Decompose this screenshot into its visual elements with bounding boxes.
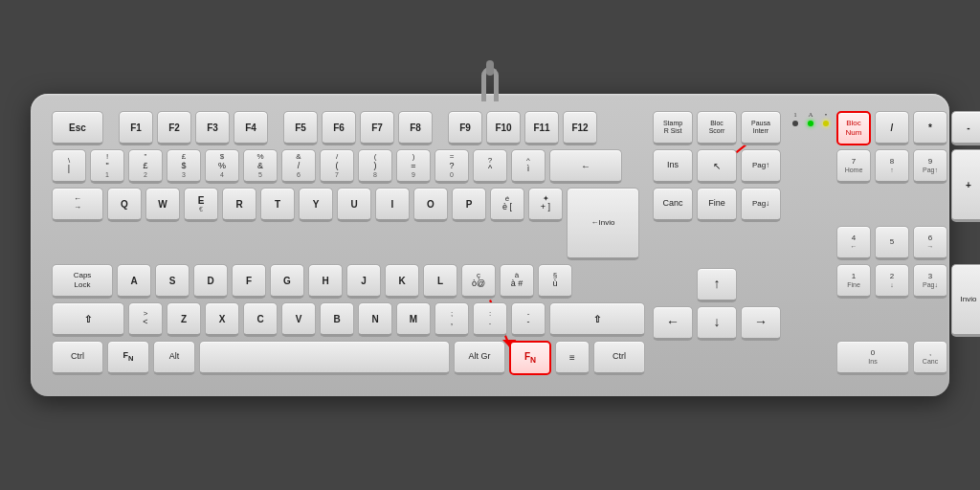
key-num7[interactable]: 7 Home (836, 149, 871, 184)
key-6[interactable]: & / 6 (281, 149, 316, 184)
key-tab[interactable]: ←→ (52, 188, 103, 222)
key-num-enter[interactable]: Invio (951, 264, 980, 337)
key-z[interactable]: Z (167, 302, 201, 337)
key-num6[interactable]: 6 → (913, 226, 947, 260)
key-num0[interactable]: 0 Ins (836, 341, 909, 375)
key-f10[interactable]: F10 (486, 111, 521, 145)
key-8[interactable]: ( ) 8 (358, 149, 392, 184)
key-num-plus[interactable]: + (951, 149, 980, 222)
key-i[interactable]: I (375, 188, 410, 222)
key-enter[interactable]: ←Invio (567, 188, 639, 260)
key-y[interactable]: Y (299, 188, 333, 222)
key-num-minus[interactable]: - (951, 111, 980, 145)
key-num-mul[interactable]: * (913, 111, 947, 145)
key-fn-highlighted[interactable]: FN (509, 341, 551, 375)
key-shift-right[interactable]: ⇧ (549, 302, 645, 337)
key-period[interactable]: : . (473, 302, 507, 337)
key-grave[interactable]: § ù (538, 264, 572, 299)
key-f1[interactable]: F1 (119, 111, 153, 145)
key-h[interactable]: H (308, 264, 343, 299)
key-menu[interactable]: ≡ (555, 341, 590, 375)
key-quote[interactable]: à à # (500, 264, 534, 299)
key-num9[interactable]: 9 Pag↑ (913, 149, 947, 184)
key-j[interactable]: J (346, 264, 381, 299)
key-f6[interactable]: F6 (322, 111, 356, 145)
key-2[interactable]: " £ 2 (128, 149, 163, 184)
key-7[interactable]: / ( 7 (320, 149, 354, 184)
key-f[interactable]: F (232, 264, 266, 299)
key-eacute[interactable]: é è [ (490, 188, 524, 222)
key-x[interactable]: X (205, 302, 239, 337)
key-g[interactable]: G (270, 264, 304, 299)
key-fn-left[interactable]: FN (107, 341, 149, 375)
key-ctrl-right[interactable]: Ctrl (593, 341, 645, 375)
key-d[interactable]: D (193, 264, 228, 299)
key-f9[interactable]: F9 (448, 111, 482, 145)
key-ctrl-left[interactable]: Ctrl (52, 341, 103, 375)
key-n[interactable]: N (358, 302, 392, 337)
key-q[interactable]: Q (107, 188, 142, 222)
key-num3[interactable]: 3 Pag↓ (913, 264, 947, 299)
key-a[interactable]: A (117, 264, 151, 299)
key-e[interactable]: E € (184, 188, 218, 222)
key-num1[interactable]: 1 Fine (836, 264, 871, 299)
key-accent[interactable]: ^ ì (511, 149, 546, 184)
key-home[interactable]: ↖ (697, 149, 737, 184)
key-ins[interactable]: Ins (653, 149, 693, 184)
key-p[interactable]: P (452, 188, 486, 222)
key-f4[interactable]: F4 (234, 111, 268, 145)
key-arrow-up[interactable]: ↑ (697, 268, 737, 302)
key-semicolon[interactable]: ç ò@ (461, 264, 496, 299)
key-w[interactable]: W (145, 188, 180, 222)
key-3[interactable]: £ $ 3 (167, 149, 201, 184)
key-f12[interactable]: F12 (563, 111, 597, 145)
key-space[interactable] (199, 341, 450, 375)
key-f7[interactable]: F7 (360, 111, 394, 145)
key-arrow-right[interactable]: → (741, 306, 781, 341)
key-r[interactable]: R (222, 188, 256, 222)
key-bloc-scorr[interactable]: BlocScorr (697, 111, 737, 145)
key-f8[interactable]: F8 (398, 111, 433, 145)
key-arrow-down[interactable]: ↓ (697, 306, 737, 341)
key-f11[interactable]: F11 (524, 111, 559, 145)
key-num8[interactable]: 8 ↑ (875, 149, 909, 184)
key-1[interactable]: ! " 1 (90, 149, 124, 184)
key-comma[interactable]: ; , (434, 302, 469, 337)
key-num-div[interactable]: / (875, 111, 909, 145)
key-0[interactable]: = ? 0 (434, 149, 469, 184)
key-pgdn[interactable]: Pag↓ (741, 188, 781, 222)
key-o[interactable]: O (413, 188, 448, 222)
key-s[interactable]: S (155, 264, 189, 299)
key-m[interactable]: M (396, 302, 431, 337)
key-k[interactable]: K (385, 264, 419, 299)
key-f3[interactable]: F3 (195, 111, 230, 145)
key-f5[interactable]: F5 (283, 111, 318, 145)
key-4[interactable]: $ % 4 (205, 149, 239, 184)
key-stamp[interactable]: StampR Sist (653, 111, 693, 145)
key-5[interactable]: % & 5 (243, 149, 278, 184)
key-esc[interactable]: Esc (52, 111, 103, 145)
key-plus[interactable]: ✦ + ] (528, 188, 563, 222)
key-altgr[interactable]: Alt Gr (454, 341, 505, 375)
key-bloc-num[interactable]: BlocNum (836, 111, 871, 145)
key-caps-lock[interactable]: CapsLock (52, 264, 113, 299)
key-backspace[interactable]: ← (549, 149, 622, 184)
key-u[interactable]: U (337, 188, 371, 222)
key-9[interactable]: ) = 9 (396, 149, 431, 184)
key-apostrophe[interactable]: ? ^ (473, 149, 507, 184)
key-pgup[interactable]: Pag↑ (741, 149, 781, 184)
key-f2[interactable]: F2 (157, 111, 191, 145)
key-arrow-left[interactable]: ← (653, 306, 693, 341)
key-b[interactable]: B (320, 302, 354, 337)
key-c[interactable]: C (243, 302, 278, 337)
key-alt[interactable]: Alt (153, 341, 195, 375)
key-pausa[interactable]: PausaInterr (741, 111, 781, 145)
key-num2[interactable]: 2 ↓ (875, 264, 909, 299)
key-l[interactable]: L (423, 264, 457, 299)
key-num4[interactable]: 4 ← (836, 226, 871, 260)
key-fine[interactable]: Fine (697, 188, 737, 222)
key-shift-left[interactable]: ⇧ (52, 302, 124, 337)
key-num5[interactable]: 5 (875, 226, 909, 260)
key-backslash[interactable]: \ | (52, 149, 86, 184)
key-canc[interactable]: Canc (653, 188, 693, 222)
